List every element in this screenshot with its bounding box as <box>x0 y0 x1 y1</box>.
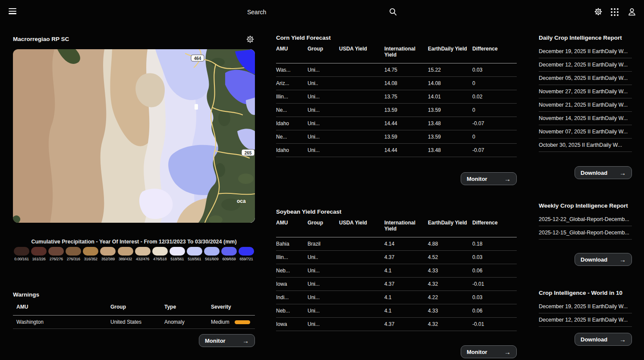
world-report-download-button[interactable]: Download→ <box>575 333 632 346</box>
legend-item: 518/561 <box>169 247 186 261</box>
report-list-item[interactable]: 2025-12-15_Global-Report-Decemb... <box>539 226 632 240</box>
corn-table-header: AMUGroupUSDA Yield International YieldEa… <box>276 46 517 63</box>
map-city-label: oca <box>237 198 246 204</box>
report-list-item[interactable]: December 12, 2025 II EarthDaily W... <box>539 313 632 327</box>
map-panel-title: Macrorregiao RP SC <box>13 36 69 42</box>
table-row[interactable]: IowaUni...4.374.32-0.01 <box>276 318 517 331</box>
svg-text:265: 265 <box>245 151 252 155</box>
legend-item: 476/518 <box>151 247 169 261</box>
user-account-icon[interactable] <box>627 7 637 16</box>
report-list-item[interactable]: November 14, 2025 II EarthDaily W... <box>539 112 632 125</box>
search-icon[interactable] <box>388 7 398 16</box>
weekly-report-download-button[interactable]: Download→ <box>575 253 632 266</box>
table-row[interactable]: IdahoUni...14.4413.48-0.07 <box>276 117 517 130</box>
daily-report-download-button[interactable]: Download→ <box>575 166 632 179</box>
legend-title: Cumulative Precipitation - Year Of Inter… <box>13 239 255 245</box>
legend-item: 659/721 <box>238 247 255 261</box>
table-row[interactable]: Ariz...Uni..14.0814.080 <box>276 77 517 90</box>
arrow-right-icon: → <box>619 336 626 343</box>
legend-item: 276/276 <box>47 247 65 261</box>
precipitation-choropleth-map[interactable]: 464 265 oca <box>13 49 255 223</box>
warning-row[interactable]: Washington United States Anomaly Medium <box>13 316 255 329</box>
soybean-monitor-button[interactable]: Monitor→ <box>461 345 517 358</box>
table-row[interactable]: Indi...Uni...4.14.220.03 <box>276 291 517 304</box>
arrow-right-icon: → <box>504 175 511 183</box>
report-list-item[interactable]: November 07, 2025 II EarthDaily W... <box>539 125 632 139</box>
arrow-right-icon: → <box>619 256 626 263</box>
table-row[interactable]: Ne...Uni...13.5913.590 <box>276 104 517 117</box>
road-shield-265: 265 <box>242 149 254 156</box>
legend-item: 609/659 <box>220 247 238 261</box>
reports-panel: Daily Crop Intelligence Report December … <box>539 35 632 346</box>
precipitation-legend: 0.00/161 161/226 276/276 276/316 316/352… <box>13 247 255 261</box>
yield-forecast-panel: Corn Yield Forecast AMUGroupUSDA Yield I… <box>276 35 517 358</box>
report-list-item[interactable]: December 19, 2025 II EarthDaily W... <box>539 45 632 58</box>
table-row[interactable]: Ne...Uni...13.5913.590 <box>276 130 517 144</box>
soybean-forecast-title: Soybean Yield Forecast <box>276 208 517 215</box>
daily-report-title: Daily Crop Intelligence Report <box>539 35 632 41</box>
road-shield-partial <box>195 104 198 110</box>
report-list-item[interactable]: December 12, 2025 II EarthDaily W... <box>539 58 632 72</box>
world-report-title: Crop Intelligence - World in 10 <box>539 290 632 296</box>
report-list-item[interactable]: December 05, 2025 II EarthDaily W... <box>539 72 632 85</box>
arrow-right-icon: → <box>504 348 511 356</box>
report-list-item[interactable]: November 21, 2025 II EarthDaily W... <box>539 98 632 112</box>
warnings-title: Warnings <box>13 291 255 298</box>
region-map-panel: Macrorregiao RP SC <box>13 35 255 347</box>
warnings-monitor-button[interactable]: Monitor → <box>199 334 255 347</box>
report-list-item[interactable]: December 19, 2025 II EarthDaily W... <box>539 300 632 313</box>
table-row[interactable]: Illin...Uni...13.7514.010.02 <box>276 90 517 104</box>
soybean-table-header: AMUGroupUSDA Yield International YieldEa… <box>276 220 517 237</box>
legend-item: 276/316 <box>65 247 82 261</box>
table-row[interactable]: IowaUni...4.374.32-0.01 <box>276 278 517 291</box>
road-shield-464: 464 <box>191 55 204 61</box>
table-row[interactable]: Was...Uni...14.7515.220.03 <box>276 63 517 77</box>
severity-label: Medium <box>211 319 229 325</box>
table-row[interactable]: Neb...Uni...4.14.330.06 <box>276 304 517 318</box>
legend-item: 0.00/161 <box>13 247 30 261</box>
table-row[interactable]: IdahoUni...14.4413.48-0.07 <box>276 144 517 157</box>
legend-item: 389/432 <box>116 247 134 261</box>
report-list-item[interactable]: 2025-12-22_Global-Report-Decemb... <box>539 213 632 226</box>
legend-item: 518/561 <box>186 247 203 261</box>
search-input[interactable]: Search <box>247 9 266 16</box>
svg-text:464: 464 <box>194 56 201 61</box>
top-bar: Search <box>0 0 644 24</box>
table-row[interactable]: Neb...Uni...4.14.330.06 <box>276 264 517 278</box>
table-row[interactable]: Illin...Uni..4.374.520.03 <box>276 251 517 264</box>
legend-item: 432/476 <box>134 247 151 261</box>
warnings-table-header: AMU Group Type Severity <box>13 304 255 316</box>
map-settings-gear-icon[interactable] <box>245 35 255 44</box>
corn-monitor-button[interactable]: Monitor→ <box>461 172 517 185</box>
legend-item: 561/609 <box>203 247 220 261</box>
legend-item: 316/352 <box>82 247 99 261</box>
arrow-right-icon: → <box>619 169 626 177</box>
legend-item: 161/226 <box>30 247 47 261</box>
report-list-item[interactable]: October 30, 2025 II EarthDaily W... <box>539 139 632 152</box>
settings-gear-icon[interactable] <box>594 7 603 16</box>
severity-badge <box>235 320 250 324</box>
weekly-report-title: Weekly Crop Intelligence Report <box>539 202 632 209</box>
table-row[interactable]: BahiaBrazil4.144.880.18 <box>276 237 517 251</box>
arrow-right-icon: → <box>242 337 249 344</box>
apps-grid-icon[interactable] <box>611 8 620 17</box>
report-list-item[interactable]: November 27, 2025 II EarthDaily W... <box>539 85 632 98</box>
hamburger-menu-icon[interactable] <box>9 8 16 15</box>
corn-forecast-title: Corn Yield Forecast <box>276 35 517 41</box>
legend-item: 352/389 <box>99 247 116 261</box>
